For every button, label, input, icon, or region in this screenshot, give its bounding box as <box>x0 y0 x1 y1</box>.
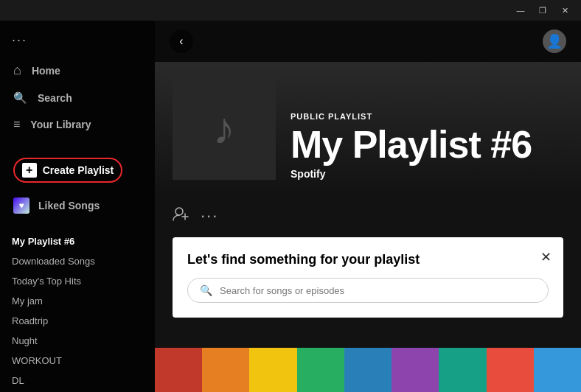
strip-segment <box>249 348 296 392</box>
sidebar-item-library-label: Your Library <box>30 119 91 130</box>
add-person-icon <box>173 206 189 225</box>
close-find-button[interactable]: ✕ <box>540 249 552 265</box>
search-input[interactable] <box>220 285 536 296</box>
plus-icon: + <box>22 163 37 178</box>
strip-segment <box>439 348 486 392</box>
sidebar-item-search-label: Search <box>38 92 72 104</box>
strip-segment <box>155 348 202 392</box>
search-icon: 🔍 <box>13 91 27 105</box>
minimize-button[interactable]: — <box>510 3 531 18</box>
strip-segment <box>297 348 344 392</box>
more-icon: ··· <box>201 206 218 225</box>
create-playlist-label: Create Playlist <box>43 164 114 176</box>
find-section-title: Let's find something for your playlist <box>187 252 549 267</box>
home-icon: ⌂ <box>13 63 21 78</box>
playlist-owner: Spotify <box>290 168 532 180</box>
list-item[interactable]: Downloaded Songs <box>12 251 143 271</box>
app-body: ··· ⌂ Home 🔍 Search ≡ Your Library + Cre… <box>0 21 581 392</box>
create-playlist-button[interactable]: + Create Playlist <box>6 152 149 189</box>
playlist-actions: ··· <box>155 195 581 237</box>
maximize-button[interactable]: ❐ <box>532 3 553 18</box>
strip-segment <box>344 348 392 392</box>
liked-songs-item[interactable]: ♥ Liked Songs <box>0 192 155 220</box>
list-item[interactable]: My jam <box>12 291 143 311</box>
playlist-art: ♪ <box>173 77 276 180</box>
list-item[interactable]: My Playlist #6 <box>12 231 143 251</box>
strip-segment <box>202 348 249 392</box>
sidebar-item-search[interactable]: 🔍 Search <box>6 85 149 111</box>
library-icon: ≡ <box>13 118 20 131</box>
strip-segment <box>534 348 581 392</box>
playlist-hero: ♪ PUBLIC PLAYLIST My Playlist #6 Spotify <box>155 62 581 195</box>
sidebar-item-home[interactable]: ⌂ Home <box>6 57 149 84</box>
sidebar-item-library[interactable]: ≡ Your Library <box>6 112 149 137</box>
back-button[interactable]: ‹ <box>170 29 193 53</box>
user-icon: 👤 <box>546 33 563 49</box>
more-options-button[interactable]: ··· <box>201 206 218 225</box>
add-person-button[interactable] <box>173 206 189 225</box>
playlist-info: PUBLIC PLAYLIST My Playlist #6 Spotify <box>290 112 532 180</box>
sidebar-item-home-label: Home <box>32 65 60 77</box>
main-content: ‹ 👤 ♪ PUBLIC PLAYLIST My Playlist #6 Spo… <box>155 21 581 392</box>
title-bar: — ❐ ✕ <box>0 0 581 21</box>
close-icon: ✕ <box>540 250 552 265</box>
search-bar: 🔍 <box>187 278 549 303</box>
find-section: Let's find something for your playlist 🔍… <box>173 237 563 318</box>
search-icon: 🔍 <box>200 284 212 296</box>
liked-songs-label: Liked Songs <box>38 200 100 211</box>
strip-segment <box>392 348 439 392</box>
close-button[interactable]: ✕ <box>554 3 575 18</box>
playlist-title: My Playlist #6 <box>290 125 532 164</box>
list-item[interactable]: Nught <box>12 331 143 351</box>
top-bar: ‹ 👤 <box>155 21 581 62</box>
playlist-list: My Playlist #6 Downloaded Songs Today's … <box>0 231 155 392</box>
list-item[interactable]: Today's Top Hits <box>12 271 143 291</box>
music-note-icon: ♪ <box>213 103 235 154</box>
list-item[interactable]: WORKOUT <box>12 351 143 371</box>
heart-icon: ♥ <box>13 197 29 214</box>
window-controls: — ❐ ✕ <box>510 3 575 18</box>
playlist-type-label: PUBLIC PLAYLIST <box>290 112 532 121</box>
list-item[interactable]: DL <box>12 371 143 391</box>
list-item[interactable]: Roadtrip <box>12 311 143 331</box>
user-avatar[interactable]: 👤 <box>543 29 566 53</box>
strip-segment <box>487 348 534 392</box>
sidebar-dots: ··· <box>0 29 155 57</box>
svg-point-0 <box>175 208 183 215</box>
create-playlist-circle: + Create Playlist <box>13 158 122 183</box>
sidebar: ··· ⌂ Home 🔍 Search ≡ Your Library + Cre… <box>0 21 155 392</box>
sidebar-nav: ⌂ Home 🔍 Search ≡ Your Library <box>0 57 155 137</box>
bottom-strip <box>155 348 581 392</box>
